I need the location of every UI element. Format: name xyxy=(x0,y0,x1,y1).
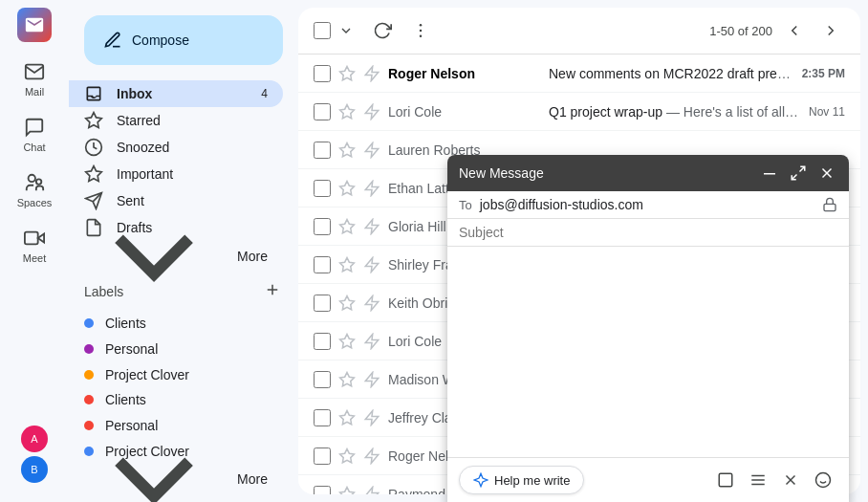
sidebar-item-spaces[interactable]: Spaces xyxy=(4,164,65,216)
email-checkbox[interactable] xyxy=(314,409,331,426)
label-personal-1[interactable]: Personal xyxy=(69,337,283,362)
nav-item-more2[interactable]: More xyxy=(69,464,283,494)
important-marker-icon[interactable] xyxy=(363,409,380,426)
important-marker-icon[interactable] xyxy=(363,218,380,235)
star-icon[interactable] xyxy=(338,295,356,312)
star-icon[interactable] xyxy=(338,409,356,426)
email-checkbox[interactable] xyxy=(314,447,331,465)
star-icon[interactable] xyxy=(338,447,356,465)
label-clients-1[interactable]: Clients xyxy=(69,311,283,337)
format-icon xyxy=(717,471,734,489)
add-label-button[interactable] xyxy=(262,279,283,303)
subject-input[interactable] xyxy=(459,225,837,240)
minimize-icon xyxy=(761,164,778,182)
important-marker-icon[interactable] xyxy=(363,295,380,312)
chevron-down-icon-3 xyxy=(338,23,354,38)
plus-icon xyxy=(264,281,281,298)
nav-item-snoozed[interactable]: Snoozed xyxy=(69,134,283,161)
svg-marker-22 xyxy=(340,219,355,232)
svg-marker-34 xyxy=(340,448,355,462)
email-row[interactable]: Lori Cole Q1 project wrap-up — Here's a … xyxy=(298,93,860,131)
app-logo[interactable] xyxy=(17,8,52,42)
star-icon[interactable] xyxy=(338,371,356,388)
star-icon[interactable] xyxy=(338,333,356,350)
nav-item-inbox[interactable]: Inbox 4 xyxy=(69,80,283,107)
prev-page-button[interactable] xyxy=(780,16,809,45)
email-checkbox[interactable] xyxy=(314,371,331,388)
nav-item-more1[interactable]: More xyxy=(69,241,283,272)
svg-marker-21 xyxy=(365,181,379,195)
star-icon[interactable] xyxy=(338,142,356,159)
email-checkbox[interactable] xyxy=(314,295,331,312)
svg-marker-6 xyxy=(86,166,102,182)
important-marker-icon[interactable] xyxy=(363,333,380,350)
email-checkbox[interactable] xyxy=(314,65,331,82)
important-marker-icon[interactable] xyxy=(363,142,380,159)
important-marker-icon[interactable] xyxy=(363,486,380,495)
important-marker-icon[interactable] xyxy=(363,371,380,388)
compose-to-value[interactable]: jobs@diffusion-studios.com xyxy=(480,197,814,212)
align-button[interactable] xyxy=(744,466,772,494)
expand-compose-button[interactable] xyxy=(788,163,809,184)
important-marker-icon[interactable] xyxy=(363,65,380,82)
important-marker-icon[interactable] xyxy=(363,256,380,273)
close-icon xyxy=(818,164,835,182)
nav-item-sent[interactable]: Sent xyxy=(69,187,283,214)
compose-button[interactable]: Compose xyxy=(84,15,283,65)
user-avatar-bottom2[interactable]: B xyxy=(21,456,48,483)
emoji-button[interactable] xyxy=(809,466,837,494)
help-me-write-button[interactable]: Help me write xyxy=(459,466,584,494)
remove-format-button[interactable] xyxy=(776,466,805,494)
star-icon[interactable] xyxy=(338,256,356,273)
email-checkbox[interactable] xyxy=(314,103,331,120)
next-page-button[interactable] xyxy=(816,16,845,45)
svg-marker-24 xyxy=(340,257,355,271)
label-color-dot xyxy=(84,318,94,328)
email-row[interactable]: Roger Nelson New comments on MCR2022 dra… xyxy=(298,55,860,93)
formatting-button[interactable] xyxy=(711,466,740,494)
email-checkbox[interactable] xyxy=(314,142,331,159)
compose-footer: Help me write xyxy=(447,457,849,502)
svg-marker-32 xyxy=(340,410,355,424)
user-avatar-bottom[interactable]: A xyxy=(21,426,48,452)
svg-marker-25 xyxy=(365,257,379,272)
star-icon[interactable] xyxy=(338,180,356,197)
labels-heading: Labels xyxy=(84,284,123,299)
sent-icon xyxy=(84,191,103,210)
nav-item-drafts[interactable]: Drafts xyxy=(69,214,283,241)
email-checkbox[interactable] xyxy=(314,218,331,235)
important-marker-icon[interactable] xyxy=(363,180,380,197)
compose-body[interactable] xyxy=(447,247,849,457)
svg-marker-28 xyxy=(340,334,355,347)
select-dropdown-button[interactable] xyxy=(333,17,359,44)
pagination-text: 1-50 of 200 xyxy=(709,24,772,38)
nav-item-starred[interactable]: Starred xyxy=(69,107,283,134)
nav-item-important[interactable]: Important xyxy=(69,161,283,187)
email-checkbox[interactable] xyxy=(314,333,331,350)
sidebar-item-chat[interactable]: Chat xyxy=(4,109,65,161)
email-checkbox[interactable] xyxy=(314,180,331,197)
minimize-compose-button[interactable] xyxy=(759,163,780,184)
svg-point-11 xyxy=(420,24,423,27)
label-name: Clients xyxy=(105,316,146,331)
star-icon[interactable] xyxy=(338,103,356,120)
svg-point-57 xyxy=(816,473,831,488)
star-icon[interactable] xyxy=(338,65,356,82)
svg-marker-23 xyxy=(365,219,379,233)
email-time: Nov 11 xyxy=(809,105,845,119)
sidebar-item-mail[interactable]: Mail xyxy=(4,54,65,105)
email-checkbox[interactable] xyxy=(314,256,331,273)
label-name: Personal xyxy=(105,341,158,357)
email-sender: Lori Cole xyxy=(388,104,541,120)
important-marker-icon[interactable] xyxy=(363,447,380,465)
email-checkbox[interactable] xyxy=(314,486,331,495)
star-icon[interactable] xyxy=(338,486,356,495)
important-marker-icon[interactable] xyxy=(363,103,380,120)
select-all-checkbox[interactable] xyxy=(314,22,331,39)
close-compose-button[interactable] xyxy=(816,163,837,184)
refresh-button[interactable] xyxy=(367,15,398,46)
label-project-clover-1[interactable]: Project Clover xyxy=(69,361,283,387)
more-options-button[interactable] xyxy=(405,15,436,46)
sidebar-item-meet[interactable]: Meet xyxy=(4,220,65,272)
star-icon[interactable] xyxy=(338,218,356,235)
